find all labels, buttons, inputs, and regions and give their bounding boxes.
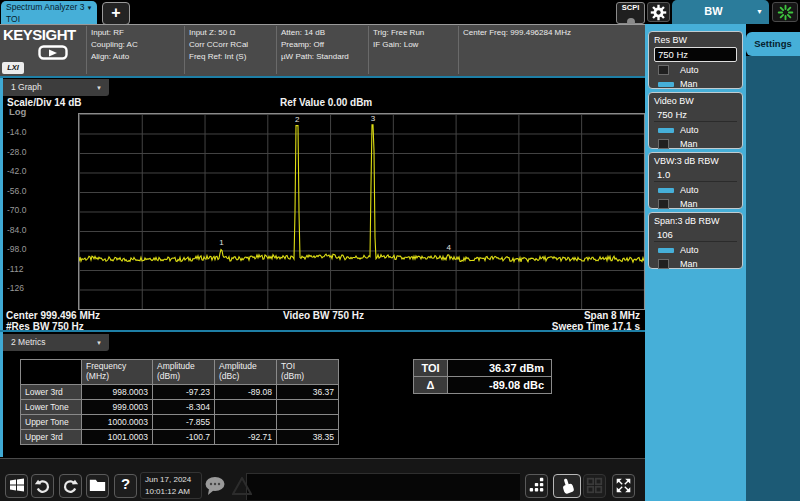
redo-icon bbox=[62, 477, 79, 494]
table-cell bbox=[215, 415, 276, 429]
vbw-rbw-man-toggle[interactable]: Man bbox=[654, 199, 737, 210]
header-info-atten: Atten: 14 dBPreamp: OffµW Path: Standard bbox=[281, 27, 349, 63]
file-button[interactable] bbox=[86, 474, 109, 498]
graph-selector-dropdown[interactable]: 1 Graph ▼ bbox=[3, 79, 109, 96]
auto-label: Auto bbox=[680, 245, 699, 255]
add-tab-button[interactable]: + bbox=[102, 2, 130, 25]
toi-label: TOI bbox=[414, 360, 447, 376]
help-icon: ? bbox=[121, 475, 130, 492]
bw-menu-button[interactable]: BW ▼ bbox=[672, 0, 769, 24]
span-rbw-group: Span:3 dB RBW 106 Auto Man bbox=[648, 212, 743, 269]
system-alert-icon bbox=[232, 477, 252, 499]
span-rbw-man-toggle[interactable]: Man bbox=[654, 259, 737, 270]
scpi-label: SCPI bbox=[617, 3, 644, 12]
window-tab-spectrum-analyzer[interactable]: Spectrum Analyzer 3▼ TOI bbox=[1, 1, 97, 25]
tab-title: Spectrum Analyzer 3 bbox=[6, 2, 84, 12]
video-bw-value-field[interactable]: 750 Hz bbox=[654, 108, 737, 122]
table-header: Amplitude(dBc) bbox=[215, 360, 276, 384]
video-bw-man-toggle[interactable]: Man bbox=[654, 139, 737, 150]
date-text: Jun 17, 2024 bbox=[145, 474, 201, 486]
keysight-logo: KEYSIGHT bbox=[3, 26, 76, 43]
chevron-down-icon: ▼ bbox=[86, 5, 92, 11]
res-bw-man-toggle[interactable]: Man bbox=[654, 79, 737, 90]
active-window-border bbox=[0, 78, 3, 457]
vbw-rbw-auto-toggle[interactable]: Auto bbox=[654, 185, 737, 196]
table-cell: 1000.0003 bbox=[82, 415, 152, 429]
res-bw-auto-toggle[interactable]: Auto bbox=[654, 65, 737, 76]
tab-settings[interactable]: Settings bbox=[746, 32, 800, 56]
toggle-indicator bbox=[658, 248, 674, 253]
delta-label: Δ bbox=[414, 377, 447, 393]
video-bw-group: Video BW 750 Hz Auto Man bbox=[648, 92, 743, 149]
marker-3-label: 3 bbox=[371, 114, 375, 123]
windows-start-button[interactable] bbox=[5, 474, 28, 498]
spectrum-plot[interactable]: 1234 bbox=[78, 113, 645, 310]
y-axis-tick: -56.0 bbox=[7, 186, 41, 196]
toi-value: 36.37 dBm bbox=[448, 360, 551, 376]
time-text: 10:01:12 AM bbox=[145, 486, 201, 498]
table-cell bbox=[215, 400, 276, 414]
four-arrows-expand-icon bbox=[615, 477, 632, 494]
span-rbw-auto-toggle[interactable]: Auto bbox=[654, 245, 737, 256]
toggle-indicator bbox=[658, 188, 674, 193]
y-axis-tick: -98.0 bbox=[7, 244, 41, 254]
table-row-label: Upper Tone bbox=[21, 415, 81, 429]
green-starburst-icon bbox=[777, 4, 794, 21]
span-rbw-label: Span:3 dB RBW bbox=[654, 216, 737, 226]
spectrum-analyzer-app: Spectrum Analyzer 3▼ TOI + SCPI BW ▼ bbox=[0, 0, 800, 501]
table-header: Amplitude(dBm) bbox=[153, 360, 214, 384]
datetime-display[interactable]: Jun 17, 2024 10:01:12 AM bbox=[140, 472, 202, 499]
lxi-badge: LXI bbox=[2, 62, 24, 74]
metrics-selector-dropdown[interactable]: 2 Metrics ▼ bbox=[3, 334, 109, 351]
video-bw-auto-toggle[interactable]: Auto bbox=[654, 125, 737, 136]
busy-indicator-button[interactable] bbox=[772, 2, 798, 22]
header-divider bbox=[184, 26, 185, 74]
auto-label: Auto bbox=[680, 125, 699, 135]
man-label: Man bbox=[680, 199, 698, 209]
four-squares-icon bbox=[586, 477, 603, 494]
message-bubble-button[interactable] bbox=[204, 476, 228, 500]
span-rbw-value-field[interactable]: 106 bbox=[654, 228, 737, 242]
trace bbox=[79, 114, 644, 309]
auto-label: Auto bbox=[680, 185, 699, 195]
window-divider bbox=[0, 330, 645, 332]
scpi-button[interactable]: SCPI bbox=[616, 2, 645, 24]
chevron-down-icon: ▼ bbox=[96, 80, 102, 97]
gear-icon bbox=[650, 4, 667, 21]
header-info-impedance: Input Z: 50 ΩCorr CCorr RCalFreq Ref: In… bbox=[189, 27, 248, 63]
y-axis-tick: -28.0 bbox=[7, 147, 41, 157]
redo-button[interactable] bbox=[59, 474, 82, 498]
window-border bbox=[0, 76, 645, 78]
header-info-center-freq: Center Freq: 999.496284 MHz bbox=[463, 27, 571, 39]
res-bw-value-field[interactable]: 750 Hz bbox=[654, 47, 737, 62]
center-freq-annotation[interactable]: Center 999.496 MHz bbox=[6, 310, 100, 321]
table-cell: -7.855 bbox=[153, 415, 214, 429]
marker-2-label: 2 bbox=[295, 115, 299, 124]
y-axis-tick: -70.0 bbox=[7, 205, 41, 215]
span-annotation[interactable]: Span 8 MHz bbox=[440, 310, 640, 321]
table-cell: -8.304 bbox=[153, 400, 214, 414]
touch-mode-button[interactable] bbox=[553, 474, 581, 498]
res-bw-label: Res BW bbox=[654, 35, 737, 45]
undo-button[interactable] bbox=[31, 474, 54, 498]
undo-icon bbox=[34, 477, 51, 494]
settings-gear-button[interactable] bbox=[647, 2, 670, 22]
metrics-selector-label: 2 Metrics bbox=[11, 337, 45, 347]
table-row-label: Lower 3rd bbox=[21, 385, 81, 399]
vbw-rbw-value-field[interactable]: 1.0 bbox=[654, 168, 737, 182]
toggle-indicator bbox=[658, 65, 669, 75]
y-axis-tick: -126 bbox=[7, 283, 41, 293]
apps-grid-button[interactable] bbox=[525, 474, 548, 498]
y-axis-tick: -84.0 bbox=[7, 225, 41, 235]
table-row-label: Lower Tone bbox=[21, 400, 81, 414]
table-header: Frequency(MHz) bbox=[82, 360, 152, 384]
video-bw-annotation[interactable]: Video BW 750 Hz bbox=[283, 310, 364, 321]
layout-grid-button[interactable] bbox=[583, 474, 606, 498]
keysight-display-icon bbox=[38, 45, 68, 65]
man-label: Man bbox=[680, 259, 698, 269]
help-button[interactable]: ? bbox=[114, 474, 137, 498]
fullscreen-button[interactable] bbox=[612, 474, 635, 498]
ref-value-readout[interactable]: Ref Value 0.00 dBm bbox=[280, 97, 372, 108]
settings-panel-background bbox=[746, 56, 800, 501]
table-header: TOI(dBm) bbox=[277, 360, 338, 384]
